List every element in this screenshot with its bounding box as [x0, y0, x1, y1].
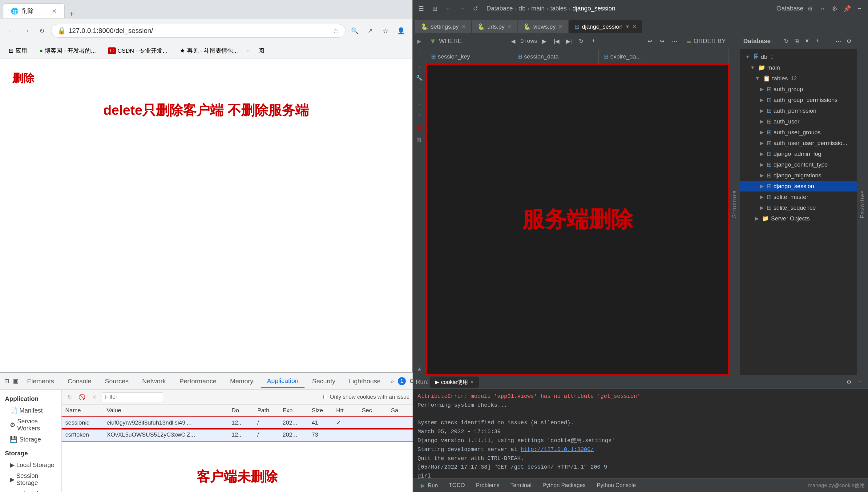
col-path[interactable]: Path	[253, 404, 279, 417]
tab-close-icon[interactable]: ✕	[52, 7, 57, 15]
bookmark-apps[interactable]: ⊞ 应用	[5, 46, 31, 56]
col-session-data[interactable]: ⊞ session_data	[512, 49, 599, 64]
tree-add-btn[interactable]: +	[813, 36, 822, 46]
new-tab-btn[interactable]: +	[65, 9, 79, 18]
tab-security[interactable]: Security	[306, 375, 342, 387]
run-settings-btn[interactable]: ⚙	[844, 377, 854, 387]
ide-home-btn[interactable]: ⊞	[429, 3, 440, 14]
filter-input[interactable]	[102, 392, 163, 402]
devtools-dock[interactable]: ⋮	[418, 376, 428, 386]
ide-settings-btn[interactable]: ⚙	[804, 3, 816, 14]
ide-menu-btn[interactable]: ☰	[416, 3, 427, 14]
tab-django-session[interactable]: ⊞ django_session ▼ ✕	[569, 20, 642, 33]
breadcrumb-session[interactable]: django_session	[572, 5, 615, 12]
tree-item-auth-user[interactable]: ▶ ⊞ auth_user	[740, 116, 857, 127]
down-arrow-icon[interactable]: ↓	[414, 60, 425, 71]
tree-item-django-admin-log[interactable]: ▶ ⊞ django_admin_log	[740, 148, 857, 159]
breadcrumb-main[interactable]: main	[531, 5, 544, 12]
profile-btn[interactable]: 👤	[395, 25, 407, 37]
tree-item-server-objects[interactable]: ▶ 📁 Server Objects	[740, 213, 857, 224]
tree-item-auth-user-perm[interactable]: ▶ ⊞ auth_user_user_permissio...	[740, 138, 857, 148]
breadcrumb-db[interactable]: db	[519, 5, 525, 12]
devtools-settings[interactable]: ⚙	[407, 376, 417, 386]
trash-icon[interactable]: 🗑	[414, 134, 425, 145]
tree-item-auth-permission[interactable]: ▶ ⊞ auth_permission	[740, 105, 857, 116]
tab-settings[interactable]: 🐍 settings.py ✕	[415, 20, 471, 33]
ide-forward-btn[interactable]: →	[456, 3, 467, 14]
ide-gear-btn[interactable]: ⚙	[829, 3, 840, 14]
more-actions-btn[interactable]: ⋯	[670, 36, 679, 46]
col-name[interactable]: Name	[61, 404, 103, 417]
col-http[interactable]: Htt...	[332, 404, 358, 417]
col-value[interactable]: Value	[103, 404, 227, 417]
clear-btn[interactable]: 🚫	[77, 392, 87, 402]
tree-item-django-session[interactable]: ▶ ⊞ django_session	[740, 181, 857, 192]
session-tab-dropdown[interactable]: ▼	[625, 24, 630, 29]
col-expires[interactable]: Exp...	[279, 404, 308, 417]
tree-item-sqlite-sequence[interactable]: ▶ ⊞ sqlite_sequence	[740, 202, 857, 213]
cookie-row-csrftoken[interactable]: csrftoken XOvXL5uOWSUS512yC3xwClZ... 12.…	[61, 429, 413, 441]
tree-item-main[interactable]: ▼ 📁 main	[740, 62, 857, 73]
col-domain[interactable]: Do...	[228, 404, 254, 417]
tab-urls[interactable]: 🐍 urls.py ✕	[472, 20, 517, 33]
tree-item-db[interactable]: ▼ 🗄 db 1	[740, 52, 857, 62]
tree-item-django-migrations[interactable]: ▶ ⊞ django_migrations	[740, 170, 857, 181]
col-expire-date[interactable]: ⊞ expire_da...	[599, 49, 729, 64]
bottom-tab-python-console[interactable]: Python Console	[592, 480, 641, 490]
bottom-tab-terminal[interactable]: Terminal	[505, 480, 537, 490]
redo-btn[interactable]: ↪	[658, 36, 667, 46]
ide-back-btn[interactable]: ←	[443, 3, 454, 14]
bookmark-icon[interactable]: ☆	[333, 27, 339, 35]
bookmark-yue[interactable]: 阅	[255, 46, 268, 56]
up2-icon[interactable]: ↑	[414, 85, 425, 96]
session-close[interactable]: ✕	[633, 24, 637, 29]
col-sa[interactable]: Sa...	[387, 404, 413, 417]
address-bar[interactable]: 🔒 127.0.0.1:8000/del_session/ ☆	[51, 24, 345, 38]
back-btn[interactable]: ←	[5, 25, 17, 37]
reload-btn[interactable]: ↻	[36, 25, 48, 37]
delete-btn[interactable]: ✕	[89, 392, 99, 402]
sidebar-item-local-storage[interactable]: ▶ Local Storage	[0, 459, 61, 470]
cookie-row-sessionid[interactable]: sessionid eiuf0gyrw928if8ufuh13ndllsi49l…	[61, 417, 413, 429]
bottom-tab-problems[interactable]: Problems	[471, 480, 504, 490]
run-minimize-btn[interactable]: −	[855, 377, 865, 387]
search-btn[interactable]: 🔍	[349, 25, 361, 37]
first-btn[interactable]: |◀	[552, 36, 562, 46]
browser-tab[interactable]: 🌐 削除 ✕	[3, 3, 65, 18]
tree-schema-btn[interactable]: ⊞	[792, 36, 801, 46]
ide-expand-btn[interactable]: ↔	[817, 3, 828, 14]
right-nav-btn[interactable]: ▶	[540, 36, 549, 46]
refresh-btn[interactable]: ↻	[65, 392, 75, 402]
run-tab-cookie[interactable]: ▶ cookie使用 ✕	[430, 376, 479, 388]
devtools-icon-elements[interactable]: ⊡	[3, 376, 10, 386]
add-row-btn[interactable]: +	[589, 36, 599, 46]
tab-console[interactable]: Console	[61, 375, 98, 387]
col-size[interactable]: Size	[308, 404, 332, 417]
share-btn[interactable]: ↗	[364, 25, 376, 37]
tree-item-auth-group[interactable]: ▶ ⊞ auth_group	[740, 84, 857, 95]
run-link-url[interactable]: http://127.0.0.1:8000/	[521, 446, 594, 452]
run-tab-close[interactable]: ✕	[470, 379, 474, 385]
sidebar-item-manifest[interactable]: 📄 Manifest	[0, 405, 61, 416]
bookmark-sidebar-icon[interactable]: ★	[414, 364, 425, 375]
col-session-key[interactable]: ⊞ session_key	[426, 49, 512, 64]
sidebar-item-storage-top[interactable]: 💾 Storage	[0, 434, 61, 445]
tree-item-sqlite-master[interactable]: ▶ ⊞ sqlite_master	[740, 192, 857, 202]
ide-refresh-btn[interactable]: ↺	[470, 3, 481, 14]
tab-lighthouse[interactable]: Lighthouse	[343, 375, 387, 387]
devtools-icon-inspect[interactable]: ▣	[12, 376, 20, 386]
ide-minimize-btn[interactable]: −	[854, 3, 865, 14]
tree-item-django-content-type[interactable]: ▶ ⊞ django_content_type	[740, 159, 857, 170]
tree-refresh-btn[interactable]: ↻	[781, 36, 791, 46]
tab-elements[interactable]: Elements	[21, 375, 60, 387]
tree-item-auth-group-perm[interactable]: ▶ ⊞ auth_group_permissions	[740, 95, 857, 105]
settings-close[interactable]: ✕	[461, 24, 465, 29]
col-sec[interactable]: Sec...	[358, 404, 387, 417]
tree-minus-btn[interactable]: −	[823, 36, 833, 46]
execute-btn[interactable]: ↻	[576, 36, 586, 46]
breadcrumb-tables[interactable]: tables	[550, 5, 567, 12]
ide-pin-btn[interactable]: 📌	[842, 3, 852, 14]
sidebar-item-session-storage[interactable]: ▶ Session Storage	[0, 470, 61, 488]
bottom-tab-todo[interactable]: TODO	[444, 480, 470, 490]
tab-performance[interactable]: Performance	[173, 375, 223, 387]
